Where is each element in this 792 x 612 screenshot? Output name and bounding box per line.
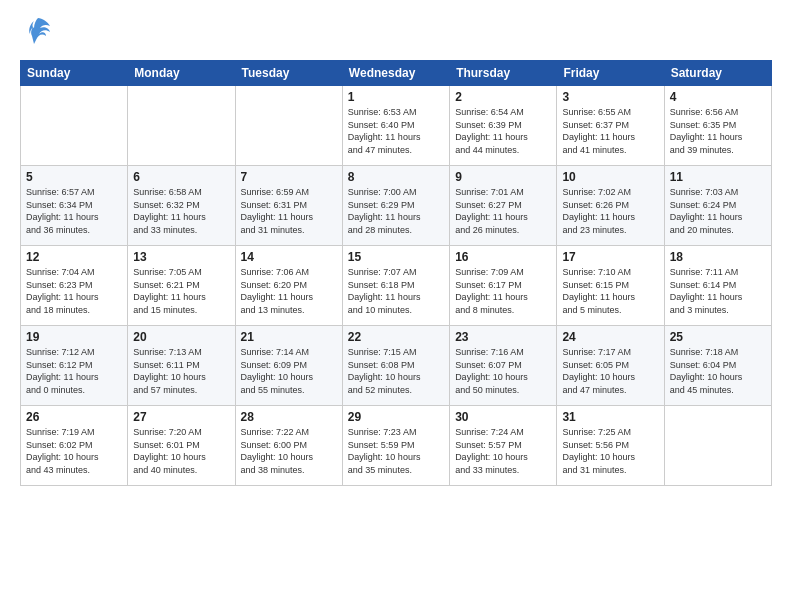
calendar-cell xyxy=(21,86,128,166)
weekday-header-thursday: Thursday xyxy=(450,61,557,86)
calendar-cell: 8Sunrise: 7:00 AM Sunset: 6:29 PM Daylig… xyxy=(342,166,449,246)
calendar-cell: 6Sunrise: 6:58 AM Sunset: 6:32 PM Daylig… xyxy=(128,166,235,246)
day-number: 1 xyxy=(348,90,444,104)
calendar-cell: 17Sunrise: 7:10 AM Sunset: 6:15 PM Dayli… xyxy=(557,246,664,326)
day-info: Sunrise: 7:06 AM Sunset: 6:20 PM Dayligh… xyxy=(241,266,337,316)
day-info: Sunrise: 6:59 AM Sunset: 6:31 PM Dayligh… xyxy=(241,186,337,236)
calendar-cell: 20Sunrise: 7:13 AM Sunset: 6:11 PM Dayli… xyxy=(128,326,235,406)
calendar-cell: 15Sunrise: 7:07 AM Sunset: 6:18 PM Dayli… xyxy=(342,246,449,326)
page: SundayMondayTuesdayWednesdayThursdayFrid… xyxy=(0,0,792,612)
week-row-1: 1Sunrise: 6:53 AM Sunset: 6:40 PM Daylig… xyxy=(21,86,772,166)
day-info: Sunrise: 7:10 AM Sunset: 6:15 PM Dayligh… xyxy=(562,266,658,316)
day-number: 5 xyxy=(26,170,122,184)
calendar-cell: 27Sunrise: 7:20 AM Sunset: 6:01 PM Dayli… xyxy=(128,406,235,486)
day-info: Sunrise: 7:04 AM Sunset: 6:23 PM Dayligh… xyxy=(26,266,122,316)
calendar-cell: 16Sunrise: 7:09 AM Sunset: 6:17 PM Dayli… xyxy=(450,246,557,326)
calendar-cell xyxy=(235,86,342,166)
day-number: 12 xyxy=(26,250,122,264)
day-info: Sunrise: 7:05 AM Sunset: 6:21 PM Dayligh… xyxy=(133,266,229,316)
weekday-header-sunday: Sunday xyxy=(21,61,128,86)
day-number: 7 xyxy=(241,170,337,184)
day-info: Sunrise: 7:12 AM Sunset: 6:12 PM Dayligh… xyxy=(26,346,122,396)
weekday-header-tuesday: Tuesday xyxy=(235,61,342,86)
day-info: Sunrise: 7:17 AM Sunset: 6:05 PM Dayligh… xyxy=(562,346,658,396)
day-info: Sunrise: 7:24 AM Sunset: 5:57 PM Dayligh… xyxy=(455,426,551,476)
calendar-cell: 31Sunrise: 7:25 AM Sunset: 5:56 PM Dayli… xyxy=(557,406,664,486)
calendar-cell: 19Sunrise: 7:12 AM Sunset: 6:12 PM Dayli… xyxy=(21,326,128,406)
day-info: Sunrise: 7:18 AM Sunset: 6:04 PM Dayligh… xyxy=(670,346,766,396)
day-number: 4 xyxy=(670,90,766,104)
day-number: 27 xyxy=(133,410,229,424)
day-number: 26 xyxy=(26,410,122,424)
day-number: 8 xyxy=(348,170,444,184)
day-info: Sunrise: 7:25 AM Sunset: 5:56 PM Dayligh… xyxy=(562,426,658,476)
day-info: Sunrise: 7:20 AM Sunset: 6:01 PM Dayligh… xyxy=(133,426,229,476)
day-number: 31 xyxy=(562,410,658,424)
day-number: 28 xyxy=(241,410,337,424)
header xyxy=(20,16,772,52)
logo xyxy=(20,16,52,52)
day-info: Sunrise: 6:58 AM Sunset: 6:32 PM Dayligh… xyxy=(133,186,229,236)
day-number: 30 xyxy=(455,410,551,424)
day-info: Sunrise: 7:16 AM Sunset: 6:07 PM Dayligh… xyxy=(455,346,551,396)
calendar-cell: 29Sunrise: 7:23 AM Sunset: 5:59 PM Dayli… xyxy=(342,406,449,486)
calendar-cell: 21Sunrise: 7:14 AM Sunset: 6:09 PM Dayli… xyxy=(235,326,342,406)
calendar-cell: 23Sunrise: 7:16 AM Sunset: 6:07 PM Dayli… xyxy=(450,326,557,406)
day-number: 6 xyxy=(133,170,229,184)
day-info: Sunrise: 7:15 AM Sunset: 6:08 PM Dayligh… xyxy=(348,346,444,396)
calendar-cell: 26Sunrise: 7:19 AM Sunset: 6:02 PM Dayli… xyxy=(21,406,128,486)
calendar-cell: 18Sunrise: 7:11 AM Sunset: 6:14 PM Dayli… xyxy=(664,246,771,326)
calendar-cell: 14Sunrise: 7:06 AM Sunset: 6:20 PM Dayli… xyxy=(235,246,342,326)
day-info: Sunrise: 7:13 AM Sunset: 6:11 PM Dayligh… xyxy=(133,346,229,396)
calendar-cell: 13Sunrise: 7:05 AM Sunset: 6:21 PM Dayli… xyxy=(128,246,235,326)
weekday-header-row: SundayMondayTuesdayWednesdayThursdayFrid… xyxy=(21,61,772,86)
day-number: 20 xyxy=(133,330,229,344)
day-info: Sunrise: 6:55 AM Sunset: 6:37 PM Dayligh… xyxy=(562,106,658,156)
day-info: Sunrise: 7:07 AM Sunset: 6:18 PM Dayligh… xyxy=(348,266,444,316)
calendar-cell: 3Sunrise: 6:55 AM Sunset: 6:37 PM Daylig… xyxy=(557,86,664,166)
day-info: Sunrise: 7:23 AM Sunset: 5:59 PM Dayligh… xyxy=(348,426,444,476)
calendar-table: SundayMondayTuesdayWednesdayThursdayFrid… xyxy=(20,60,772,486)
weekday-header-wednesday: Wednesday xyxy=(342,61,449,86)
weekday-header-monday: Monday xyxy=(128,61,235,86)
weekday-header-friday: Friday xyxy=(557,61,664,86)
calendar-cell: 9Sunrise: 7:01 AM Sunset: 6:27 PM Daylig… xyxy=(450,166,557,246)
calendar-cell: 11Sunrise: 7:03 AM Sunset: 6:24 PM Dayli… xyxy=(664,166,771,246)
calendar-cell: 12Sunrise: 7:04 AM Sunset: 6:23 PM Dayli… xyxy=(21,246,128,326)
day-info: Sunrise: 7:00 AM Sunset: 6:29 PM Dayligh… xyxy=(348,186,444,236)
day-number: 23 xyxy=(455,330,551,344)
calendar-cell: 2Sunrise: 6:54 AM Sunset: 6:39 PM Daylig… xyxy=(450,86,557,166)
day-number: 15 xyxy=(348,250,444,264)
calendar-cell: 10Sunrise: 7:02 AM Sunset: 6:26 PM Dayli… xyxy=(557,166,664,246)
day-info: Sunrise: 6:53 AM Sunset: 6:40 PM Dayligh… xyxy=(348,106,444,156)
calendar-cell: 4Sunrise: 6:56 AM Sunset: 6:35 PM Daylig… xyxy=(664,86,771,166)
day-number: 24 xyxy=(562,330,658,344)
calendar-cell: 7Sunrise: 6:59 AM Sunset: 6:31 PM Daylig… xyxy=(235,166,342,246)
calendar-cell: 5Sunrise: 6:57 AM Sunset: 6:34 PM Daylig… xyxy=(21,166,128,246)
week-row-4: 19Sunrise: 7:12 AM Sunset: 6:12 PM Dayli… xyxy=(21,326,772,406)
day-number: 17 xyxy=(562,250,658,264)
calendar-cell: 24Sunrise: 7:17 AM Sunset: 6:05 PM Dayli… xyxy=(557,326,664,406)
calendar-cell: 25Sunrise: 7:18 AM Sunset: 6:04 PM Dayli… xyxy=(664,326,771,406)
day-number: 2 xyxy=(455,90,551,104)
week-row-5: 26Sunrise: 7:19 AM Sunset: 6:02 PM Dayli… xyxy=(21,406,772,486)
day-number: 16 xyxy=(455,250,551,264)
week-row-3: 12Sunrise: 7:04 AM Sunset: 6:23 PM Dayli… xyxy=(21,246,772,326)
day-info: Sunrise: 6:57 AM Sunset: 6:34 PM Dayligh… xyxy=(26,186,122,236)
day-info: Sunrise: 7:01 AM Sunset: 6:27 PM Dayligh… xyxy=(455,186,551,236)
day-info: Sunrise: 7:11 AM Sunset: 6:14 PM Dayligh… xyxy=(670,266,766,316)
calendar-cell: 30Sunrise: 7:24 AM Sunset: 5:57 PM Dayli… xyxy=(450,406,557,486)
day-number: 9 xyxy=(455,170,551,184)
day-info: Sunrise: 7:19 AM Sunset: 6:02 PM Dayligh… xyxy=(26,426,122,476)
logo-bird-icon xyxy=(24,16,52,52)
day-info: Sunrise: 6:56 AM Sunset: 6:35 PM Dayligh… xyxy=(670,106,766,156)
day-number: 11 xyxy=(670,170,766,184)
day-number: 21 xyxy=(241,330,337,344)
day-number: 10 xyxy=(562,170,658,184)
day-info: Sunrise: 7:09 AM Sunset: 6:17 PM Dayligh… xyxy=(455,266,551,316)
calendar-cell: 1Sunrise: 6:53 AM Sunset: 6:40 PM Daylig… xyxy=(342,86,449,166)
day-info: Sunrise: 7:14 AM Sunset: 6:09 PM Dayligh… xyxy=(241,346,337,396)
calendar-cell xyxy=(128,86,235,166)
weekday-header-saturday: Saturday xyxy=(664,61,771,86)
calendar-cell xyxy=(664,406,771,486)
